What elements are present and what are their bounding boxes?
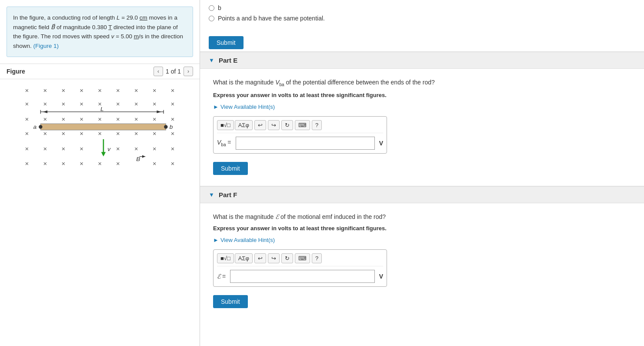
svg-text:×: × <box>80 116 83 123</box>
part-e-question: What is the magnitude Vba of the potenti… <box>213 77 631 88</box>
right-panel: b Points a and b have the same potential… <box>200 0 644 346</box>
svg-text:×: × <box>134 87 138 94</box>
left-panel: In the figure, a conducting rod of lengt… <box>0 0 200 346</box>
part-f-math-input-box: ■√□ ΑΣφ ↩ ↪ ↻ ⌨ ? ℰ = V <box>213 249 387 287</box>
part-e-math-input-box: ■√□ ΑΣφ ↩ ↪ ↻ ⌨ ? Vba = V <box>213 116 387 154</box>
part-f-header[interactable]: ▼ Part F <box>200 187 644 203</box>
svg-text:×: × <box>80 87 83 94</box>
svg-text:×: × <box>171 131 175 138</box>
part-f-hint-link[interactable]: ► View Available Hint(s) <box>213 237 631 243</box>
part-f-toolbar-redo-button[interactable]: ↪ <box>268 253 280 263</box>
part-e-input-row: Vba = V <box>217 137 383 150</box>
part-f-toolbar-sqrt-button[interactable]: ■√□ <box>217 253 234 263</box>
radio-b[interactable] <box>209 5 214 11</box>
svg-text:×: × <box>61 87 65 94</box>
radio-option-same: Points a and b have the same potential. <box>209 15 635 22</box>
part-f-section: ▼ Part F What is the magnitude ℰ of the … <box>200 186 644 319</box>
svg-point-34 <box>39 125 42 129</box>
svg-text:×: × <box>98 160 102 167</box>
toolbar-symbol-button[interactable]: ΑΣφ <box>235 120 253 130</box>
svg-text:×: × <box>171 145 175 152</box>
svg-text:×: × <box>116 145 120 152</box>
part-f-submit-button[interactable]: Submit <box>213 295 248 308</box>
part-e-section: ▼ Part E What is the magnitude Vba of th… <box>200 51 644 186</box>
figure-page: 1 of 1 <box>166 68 181 75</box>
radio-same[interactable] <box>209 16 214 21</box>
toolbar-redo-button[interactable]: ↪ <box>268 120 280 130</box>
part-f-label: Part F <box>219 191 237 198</box>
svg-text:×: × <box>25 145 29 152</box>
part-f-toolbar-keyboard-button[interactable]: ⌨ <box>295 253 310 263</box>
figure-header: Figure ‹ 1 of 1 › <box>0 64 200 79</box>
svg-text:×: × <box>171 101 175 108</box>
figure-prev-button[interactable]: ‹ <box>153 67 163 76</box>
part-f-toolbar-undo-button[interactable]: ↩ <box>254 253 266 263</box>
part-f-content: What is the magnitude ℰ of the motional … <box>200 203 644 319</box>
svg-text:×: × <box>61 131 65 138</box>
toolbar-sqrt-button[interactable]: ■√□ <box>217 120 234 130</box>
svg-text:×: × <box>153 101 157 108</box>
svg-rect-33 <box>40 124 166 131</box>
part-e-header[interactable]: ▼ Part E <box>200 52 644 69</box>
svg-text:×: × <box>80 131 83 138</box>
svg-text:×: × <box>171 160 175 167</box>
svg-text:×: × <box>98 87 102 94</box>
svg-text:L: L <box>100 106 104 112</box>
radio-same-label[interactable]: Points a and b have the same potential. <box>218 15 325 22</box>
physics-diagram: × × × × × × × × × × × × × × × × <box>4 84 195 179</box>
toolbar-help-button[interactable]: ? <box>312 120 322 130</box>
part-f-input-label: ℰ = <box>217 273 226 280</box>
svg-text:×: × <box>80 145 83 152</box>
toolbar-undo-button[interactable]: ↩ <box>254 120 266 130</box>
part-e-input-label: Vba = <box>217 139 231 147</box>
figure-next-button[interactable]: › <box>184 67 193 76</box>
svg-text:×: × <box>116 116 120 123</box>
part-f-toolbar-group1: ■√□ ΑΣφ <box>217 253 253 263</box>
part-f-toolbar-reset-button[interactable]: ↻ <box>281 253 293 263</box>
part-e-submit-button[interactable]: Submit <box>213 162 248 175</box>
svg-text:×: × <box>25 131 29 138</box>
figure-link[interactable]: (Figure 1) <box>33 43 59 49</box>
svg-text:B: B <box>136 156 140 162</box>
part-f-question: What is the magnitude ℰ of the motional … <box>213 212 631 222</box>
figure-canvas: × × × × × × × × × × × × × × × × <box>0 79 200 346</box>
radio-b-label[interactable]: b <box>218 4 221 11</box>
part-f-toolbar-symbol-button[interactable]: ΑΣφ <box>235 253 253 263</box>
part-f-toolbar: ■√□ ΑΣφ ↩ ↪ ↻ ⌨ ? <box>217 253 383 266</box>
part-f-hint-arrow-icon: ► <box>213 237 219 243</box>
svg-text:×: × <box>134 101 138 108</box>
part-f-toolbar-help-button[interactable]: ? <box>312 253 322 263</box>
svg-text:×: × <box>98 116 102 123</box>
svg-text:×: × <box>61 145 65 152</box>
part-f-unit: V <box>379 273 383 280</box>
figure-inner: × × × × × × × × × × × × × × × × <box>0 79 200 185</box>
figure-title: Figure <box>7 68 153 75</box>
figure-section: Figure ‹ 1 of 1 › × × × × × × × <box>0 64 200 346</box>
toolbar-keyboard-button[interactable]: ⌨ <box>295 120 310 130</box>
part-e-toolbar: ■√□ ΑΣφ ↩ ↪ ↻ ⌨ ? <box>217 120 383 133</box>
part-e-instruction: Express your answer in volts to at least… <box>213 92 631 98</box>
part-f-input-field[interactable] <box>230 270 375 283</box>
submit-button-top[interactable]: Submit <box>209 36 244 49</box>
radio-option-b: b <box>209 4 635 11</box>
svg-text:×: × <box>43 101 47 108</box>
figure-navigation: ‹ 1 of 1 › <box>153 67 193 76</box>
svg-text:×: × <box>61 160 65 167</box>
part-e-input-field[interactable] <box>236 137 375 150</box>
svg-text:×: × <box>171 87 175 94</box>
svg-text:×: × <box>134 131 138 138</box>
part-e-hint-link[interactable]: ► View Available Hint(s) <box>213 104 631 110</box>
svg-text:v: v <box>107 146 111 152</box>
svg-text:b: b <box>170 124 173 130</box>
svg-text:×: × <box>153 87 157 94</box>
svg-marker-52 <box>142 155 145 158</box>
svg-text:×: × <box>98 131 102 138</box>
part-e-unit: V <box>379 140 383 147</box>
hint-arrow-icon: ► <box>213 104 219 110</box>
part-e-toolbar-group1: ■√□ ΑΣφ <box>217 120 253 130</box>
toolbar-reset-button[interactable]: ↻ <box>281 120 293 130</box>
svg-text:×: × <box>153 145 157 152</box>
svg-marker-21 <box>43 111 47 113</box>
svg-text:×: × <box>116 160 120 167</box>
svg-text:×: × <box>43 87 47 94</box>
